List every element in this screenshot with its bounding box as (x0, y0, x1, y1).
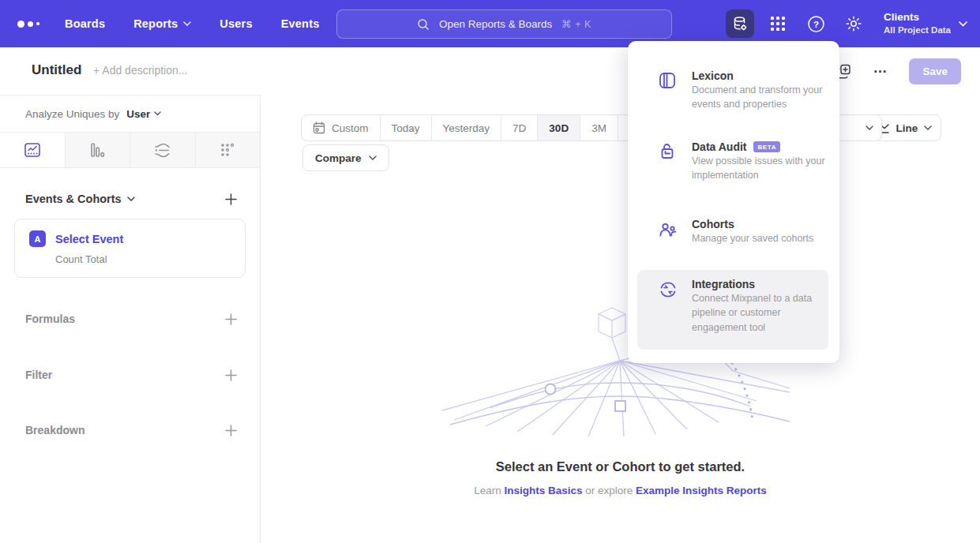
svg-text:?: ? (813, 19, 818, 28)
org-name: Clients (884, 11, 951, 24)
nav-item-users[interactable]: Users (220, 17, 252, 30)
mixpanel-logo-icon[interactable] (17, 21, 41, 28)
plus-icon (225, 313, 237, 325)
formulas-label: Formulas (25, 313, 75, 325)
events-cohorts-dropdown[interactable]: Events & Cohorts (25, 193, 135, 205)
empty-state-subtitle: Learn Insights Basics or explore Example… (261, 485, 980, 496)
formulas-section: Formulas (0, 310, 260, 328)
plus-icon (225, 425, 237, 436)
bar-chart-tab-icon (88, 140, 107, 159)
plus-icon (225, 369, 237, 381)
chevron-down-icon (369, 155, 377, 160)
tab-bar-chart[interactable] (65, 133, 130, 167)
range-3m[interactable]: 3M (580, 115, 618, 140)
plus-icon (225, 193, 237, 205)
search-placeholder: Open Reports & Boards (439, 18, 552, 30)
tab-line-chart[interactable] (0, 133, 65, 167)
search-icon (417, 18, 430, 31)
menu-item-cohorts[interactable]: Cohorts Manage your saved cohorts (637, 210, 828, 253)
primary-nav: Boards Reports Users Events (65, 17, 319, 30)
project-scope: All Project Data (884, 24, 951, 36)
filter-label: Filter (25, 369, 52, 381)
menu-item-description: Document and transform your events and p… (692, 84, 822, 110)
filter-section: Filter (0, 366, 260, 384)
breakdown-section: Breakdown (0, 421, 260, 439)
chevron-down-icon (183, 21, 191, 26)
report-actions: … Save (836, 47, 961, 95)
add-filter-button[interactable] (222, 366, 239, 384)
range-7d[interactable]: 7D (501, 115, 537, 140)
flow-tab-icon (152, 140, 172, 160)
example-reports-link[interactable]: Example Insights Reports (636, 485, 767, 496)
compare-dropdown[interactable]: Compare (302, 144, 389, 171)
search-shortcut: ⌘ + K (561, 18, 591, 30)
menu-item-description: Manage your saved cohorts (692, 233, 813, 244)
chevron-down-icon (154, 111, 161, 116)
settings-button[interactable] (839, 9, 868, 38)
beta-badge: BETA (753, 141, 780, 152)
tab-metrics-grid[interactable] (195, 133, 261, 167)
report-description-input[interactable]: + Add description... (93, 64, 187, 77)
nav-item-reports[interactable]: Reports (133, 17, 191, 30)
breakdown-label: Breakdown (25, 424, 84, 436)
chevron-down-icon (865, 125, 873, 130)
line-chart-tab-icon (23, 140, 42, 159)
cohorts-people-icon (658, 218, 677, 245)
calendar-icon (313, 122, 325, 134)
range-yesterday[interactable]: Yesterday (431, 115, 501, 140)
analyze-uniques-row: Analyze Uniques by User (0, 95, 260, 132)
select-event-card[interactable]: A Select Event Count Total (14, 219, 246, 278)
tab-flow-chart[interactable] (130, 133, 195, 167)
chevron-down-icon (924, 125, 932, 130)
chevron-down-icon (127, 197, 135, 201)
add-formula-button[interactable] (222, 310, 239, 328)
count-total-dropdown[interactable]: Count Total (55, 253, 232, 265)
save-button[interactable]: Save (909, 58, 961, 84)
menu-item-title: Cohorts (692, 218, 828, 230)
gear-icon (845, 15, 862, 32)
event-series-badge: A (29, 230, 46, 247)
menu-item-description: Connect Mixpanel to a data pipeline or c… (692, 293, 812, 333)
menu-item-lexicon[interactable]: Lexicon Document and transform your even… (637, 62, 828, 119)
chart-type-tabs (0, 132, 260, 168)
menu-item-title: Data Audit BETA (692, 140, 828, 153)
global-search-input[interactable]: Open Reports & Boards ⌘ + K (336, 9, 672, 39)
navbar-right-controls: ? Clients All Project Data (726, 0, 967, 47)
insights-report-page: Boards Reports Users Events Open Reports… (0, 0, 980, 543)
add-breakdown-button[interactable] (222, 421, 239, 439)
database-gear-icon (731, 15, 749, 32)
chart-canvas-area: Custom Today Yesterday 7D 30D 3M 6M Comp… (261, 95, 980, 543)
metrics-tab-icon (218, 140, 237, 159)
empty-state-title: Select an Event or Cohort to get started… (261, 459, 980, 474)
menu-item-data-audit[interactable]: Data Audit BETA View possible issues wit… (637, 133, 828, 190)
menu-item-integrations[interactable]: Integrations Connect Mixpanel to a data … (637, 270, 828, 350)
data-management-menu: Lexicon Document and transform your even… (628, 41, 839, 363)
insights-basics-link[interactable]: Insights Basics (504, 485, 582, 496)
add-event-button[interactable] (222, 190, 239, 208)
date-range-control: Custom Today Yesterday 7D 30D 3M 6M (301, 114, 642, 141)
report-title[interactable]: Untitled (32, 62, 81, 78)
range-custom[interactable]: Custom (302, 115, 380, 140)
menu-item-description: View possible issues with your implement… (692, 155, 825, 181)
range-today[interactable]: Today (380, 115, 431, 140)
chevron-down-icon (959, 21, 967, 27)
help-circle-icon: ? (807, 15, 825, 33)
nav-item-events[interactable]: Events (281, 17, 320, 30)
analyze-entity-dropdown[interactable]: User (126, 108, 161, 120)
range-30d[interactable]: 30D (537, 115, 580, 140)
data-audit-icon (658, 140, 677, 182)
select-event-label[interactable]: Select Event (55, 233, 123, 245)
menu-item-title: Integrations (692, 278, 828, 290)
events-cohorts-section: Events & Cohorts A Select Event Count To… (0, 190, 260, 278)
apps-grid-icon (769, 15, 787, 32)
help-button[interactable]: ? (802, 9, 830, 38)
integrations-sync-icon (658, 278, 677, 342)
nav-item-boards[interactable]: Boards (65, 17, 105, 30)
data-management-button[interactable] (726, 9, 754, 38)
lexicon-book-icon (658, 69, 677, 111)
query-builder-sidebar: Analyze Uniques by User (0, 95, 261, 543)
more-options-button[interactable]: … (873, 64, 888, 78)
apps-grid-button[interactable] (764, 9, 792, 38)
project-selector[interactable]: Clients All Project Data (884, 11, 967, 36)
menu-item-title: Lexicon (692, 69, 828, 82)
